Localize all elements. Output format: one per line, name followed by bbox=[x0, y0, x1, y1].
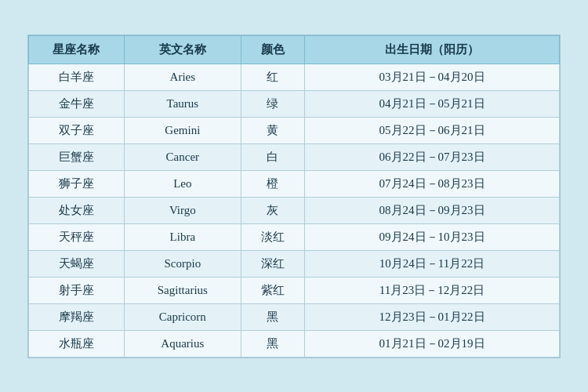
cell-english: Scorpio bbox=[124, 250, 241, 277]
cell-date: 10月24日－11月22日 bbox=[305, 250, 560, 277]
cell-chinese: 水瓶座 bbox=[29, 330, 125, 357]
table-header-row: 星座名称 英文名称 颜色 出生日期（阳历） bbox=[29, 35, 560, 64]
table-row: 天蝎座Scorpio深红10月24日－11月22日 bbox=[29, 250, 560, 277]
cell-color: 白 bbox=[241, 143, 304, 170]
cell-english: Cancer bbox=[124, 143, 241, 170]
cell-date: 09月24日－10月23日 bbox=[305, 223, 560, 250]
zodiac-table: 星座名称 英文名称 颜色 出生日期（阳历） 白羊座Aries红03月21日－04… bbox=[27, 34, 561, 358]
table-row: 双子座Gemini黄05月22日－06月21日 bbox=[29, 117, 560, 143]
cell-date: 03月21日－04月20日 bbox=[305, 64, 560, 90]
cell-color: 绿 bbox=[241, 90, 304, 117]
cell-color: 黄 bbox=[241, 117, 304, 143]
header-english: 英文名称 bbox=[124, 35, 241, 64]
table-row: 处女座Virgo灰08月24日－09月23日 bbox=[29, 197, 560, 223]
cell-date: 06月22日－07月23日 bbox=[305, 143, 560, 170]
cell-english: Sagittarius bbox=[124, 277, 241, 303]
cell-chinese: 白羊座 bbox=[29, 64, 125, 90]
cell-color: 淡红 bbox=[241, 223, 304, 250]
cell-color: 深红 bbox=[241, 250, 304, 277]
cell-date: 08月24日－09月23日 bbox=[305, 197, 560, 223]
cell-chinese: 处女座 bbox=[29, 197, 125, 223]
cell-english: Leo bbox=[124, 170, 241, 197]
cell-english: Virgo bbox=[124, 197, 241, 223]
table-row: 白羊座Aries红03月21日－04月20日 bbox=[29, 64, 560, 90]
cell-date: 12月23日－01月22日 bbox=[305, 303, 560, 330]
cell-date: 05月22日－06月21日 bbox=[305, 117, 560, 143]
cell-date: 01月21日－02月19日 bbox=[305, 330, 560, 357]
cell-color: 黑 bbox=[241, 330, 304, 357]
cell-color: 灰 bbox=[241, 197, 304, 223]
cell-color: 紫红 bbox=[241, 277, 304, 303]
cell-color: 黑 bbox=[241, 303, 304, 330]
header-color: 颜色 bbox=[241, 35, 304, 64]
cell-chinese: 巨蟹座 bbox=[29, 143, 125, 170]
cell-english: Aries bbox=[124, 64, 241, 90]
table-row: 射手座Sagittarius紫红11月23日－12月22日 bbox=[29, 277, 560, 303]
cell-english: Capricorn bbox=[124, 303, 241, 330]
cell-date: 04月21日－05月21日 bbox=[305, 90, 560, 117]
table-row: 巨蟹座Cancer白06月22日－07月23日 bbox=[29, 143, 560, 170]
cell-date: 07月24日－08月23日 bbox=[305, 170, 560, 197]
cell-chinese: 狮子座 bbox=[29, 170, 125, 197]
cell-chinese: 天秤座 bbox=[29, 223, 125, 250]
cell-chinese: 摩羯座 bbox=[29, 303, 125, 330]
cell-english: Taurus bbox=[124, 90, 241, 117]
table-row: 天秤座Libra淡红09月24日－10月23日 bbox=[29, 223, 560, 250]
table-row: 摩羯座Capricorn黑12月23日－01月22日 bbox=[29, 303, 560, 330]
table-row: 狮子座Leo橙07月24日－08月23日 bbox=[29, 170, 560, 197]
cell-chinese: 天蝎座 bbox=[29, 250, 125, 277]
cell-chinese: 双子座 bbox=[29, 117, 125, 143]
cell-english: Aquarius bbox=[124, 330, 241, 357]
cell-english: Libra bbox=[124, 223, 241, 250]
table-row: 金牛座Taurus绿04月21日－05月21日 bbox=[29, 90, 560, 117]
table-row: 水瓶座Aquarius黑01月21日－02月19日 bbox=[29, 330, 560, 357]
cell-chinese: 金牛座 bbox=[29, 90, 125, 117]
cell-english: Gemini bbox=[124, 117, 241, 143]
cell-date: 11月23日－12月22日 bbox=[305, 277, 560, 303]
header-chinese: 星座名称 bbox=[29, 35, 125, 64]
cell-color: 红 bbox=[241, 64, 304, 90]
cell-color: 橙 bbox=[241, 170, 304, 197]
header-date: 出生日期（阳历） bbox=[305, 35, 560, 64]
cell-chinese: 射手座 bbox=[29, 277, 125, 303]
